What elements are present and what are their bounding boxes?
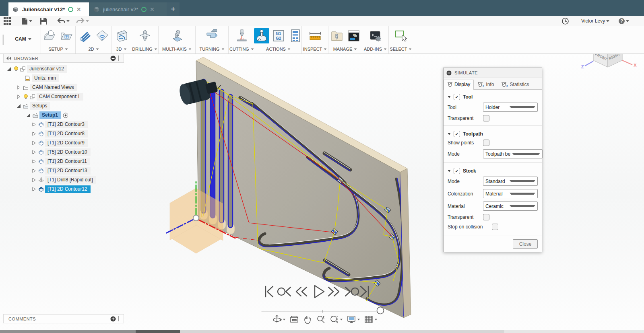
tree-row-operation[interactable]: [T1] 2D Contour9: [3, 138, 124, 148]
tool-visible-checkbox[interactable]: ✓: [454, 94, 460, 100]
tab-display[interactable]: Display: [444, 80, 474, 90]
panel-grip[interactable]: [118, 56, 121, 61]
drill-button[interactable]: [137, 28, 153, 43]
bottom-scrollbar[interactable]: [0, 330, 644, 333]
tool-library-button[interactable]: [329, 28, 345, 43]
tree-row-operation[interactable]: [T1] 2D Contour11: [3, 157, 124, 166]
2d-adaptive-button[interactable]: [95, 28, 110, 43]
step-forward-button[interactable]: [328, 287, 339, 296]
task-manager-button[interactable]: %: [346, 28, 361, 43]
collapse-icon[interactable]: [16, 94, 21, 99]
app-grid-menu-button[interactable]: [4, 16, 11, 26]
ribbon-group-select-label[interactable]: SELECT: [390, 46, 412, 52]
tool-section-header[interactable]: ✓ Tool: [444, 91, 542, 101]
new-tab-button[interactable]: +: [167, 2, 180, 16]
tab-statistics[interactable]: # Statistics: [497, 80, 533, 89]
select-button[interactable]: [393, 28, 409, 43]
tree-row-root[interactable]: Julienschair v12: [3, 64, 124, 74]
step-back-button[interactable]: [296, 287, 307, 296]
tree-row-selected-operation[interactable]: [T1] 2D Contour12: [3, 185, 124, 194]
go-to-end-button[interactable]: [361, 286, 368, 297]
setup-sheet-button[interactable]: [288, 28, 303, 43]
collapse-icon[interactable]: [31, 150, 37, 155]
turning-button[interactable]: [204, 28, 220, 43]
cutting-button[interactable]: [234, 28, 250, 43]
ribbon-group-drilling-label[interactable]: DRILLING: [132, 46, 157, 52]
tree-row-operation[interactable]: [T1] 2D Contour13: [3, 166, 124, 175]
3d-pocket-button[interactable]: [114, 28, 129, 43]
tree-row-named-views[interactable]: CAM Named Views: [3, 83, 124, 92]
look-at-button[interactable]: [289, 314, 299, 324]
pan-button[interactable]: [303, 314, 312, 324]
simulate-button[interactable]: [254, 28, 269, 43]
undo-button[interactable]: [57, 16, 70, 26]
collapse-icon[interactable]: [16, 85, 21, 90]
2d-pocket-button[interactable]: [78, 28, 93, 43]
ribbon-group-actions-label[interactable]: ACTIONS: [266, 46, 291, 52]
post-process-button[interactable]: G1 G2: [271, 28, 286, 43]
tab-document-1[interactable]: Julienschair v12* ✕: [8, 2, 89, 16]
stock-mode-dropdown[interactable]: Standard: [483, 177, 538, 186]
orbit-button[interactable]: [272, 314, 286, 324]
section-collapse-icon[interactable]: [448, 96, 451, 98]
toolbar-grip[interactable]: [0, 26, 6, 53]
tree-row-setups[interactable]: Setups: [3, 101, 124, 111]
display-settings-button[interactable]: [347, 314, 360, 324]
expand-icon[interactable]: [16, 103, 21, 109]
collapse-icon[interactable]: [31, 159, 37, 164]
collapse-icon[interactable]: [31, 177, 37, 183]
tool-dropdown[interactable]: Holder: [483, 103, 538, 112]
expand-icon[interactable]: [6, 66, 12, 72]
stock-section-header[interactable]: ✓ Stock: [444, 165, 542, 175]
collapse-icon[interactable]: [31, 122, 37, 127]
ribbon-group-setup-label[interactable]: SETUP: [48, 46, 68, 52]
stop-on-collision-checkbox[interactable]: [492, 224, 498, 230]
simulate-dialog-header[interactable]: SIMULATE: [444, 68, 542, 78]
collapse-icon[interactable]: [31, 187, 37, 192]
job-status-button[interactable]: [562, 16, 569, 26]
new-folder-button[interactable]: [59, 28, 74, 43]
expand-icon[interactable]: [26, 113, 31, 118]
section-collapse-icon[interactable]: [448, 133, 451, 135]
tree-row-operation[interactable]: [T5] 2D Contour10: [3, 148, 124, 157]
next-operation-button[interactable]: [345, 287, 359, 296]
ribbon-group-2d-label[interactable]: 2D: [88, 46, 99, 52]
ribbon-group-turning-label[interactable]: TURNING: [199, 46, 224, 52]
help-menu-button[interactable]: ?: [619, 16, 629, 26]
new-setup-button[interactable]: [42, 28, 58, 43]
collapse-panel-icon[interactable]: [6, 56, 12, 60]
toolpath-visible-checkbox[interactable]: ✓: [454, 131, 460, 137]
grid-layout-button[interactable]: [364, 314, 378, 324]
scrollbar-thumb[interactable]: [0, 330, 136, 333]
zoom-window-button[interactable]: [329, 314, 343, 324]
visibility-bulb-icon[interactable]: [13, 66, 19, 72]
tree-row-drill-operation[interactable]: [T1] Drill8 [Rapid out]: [3, 175, 124, 185]
save-button[interactable]: [40, 16, 47, 26]
close-button[interactable]: Close: [513, 239, 538, 249]
collapse-all-icon[interactable]: [110, 56, 116, 61]
toolpath-section-header[interactable]: ✓ Toolpath: [444, 128, 542, 138]
play-button[interactable]: [315, 286, 324, 298]
material-dropdown[interactable]: Ceramic: [483, 201, 538, 211]
tab-document-2[interactable]: julienschair v2* ✕: [89, 2, 168, 16]
redo-button[interactable]: [76, 16, 89, 26]
multi-axis-button[interactable]: [169, 28, 185, 43]
colorization-dropdown[interactable]: Material: [483, 189, 538, 198]
visibility-bulb-icon[interactable]: [23, 94, 28, 99]
ribbon-group-3d-label[interactable]: 3D: [116, 46, 126, 52]
scrollbar-thumb-dark[interactable]: [136, 330, 180, 333]
close-tab-icon[interactable]: ✕: [76, 6, 81, 12]
collapse-icon[interactable]: [31, 168, 37, 173]
tree-row-cam-component[interactable]: CAM Component:1: [3, 92, 124, 101]
comments-panel-header[interactable]: COMMENTS: [3, 314, 124, 323]
show-points-checkbox[interactable]: [483, 140, 489, 146]
scripts-addins-button[interactable]: [368, 28, 383, 43]
ribbon-group-manage-label[interactable]: MANAGE: [333, 46, 357, 52]
go-to-beginning-button[interactable]: [266, 286, 273, 297]
section-collapse-icon[interactable]: [448, 170, 451, 172]
workspace-selector[interactable]: CAM: [6, 26, 41, 53]
add-comment-icon[interactable]: [110, 316, 116, 322]
browser-header[interactable]: BROWSER: [3, 53, 124, 63]
file-menu-button[interactable]: [22, 16, 32, 26]
ribbon-group-inspect-label[interactable]: INSPECT: [303, 46, 327, 52]
